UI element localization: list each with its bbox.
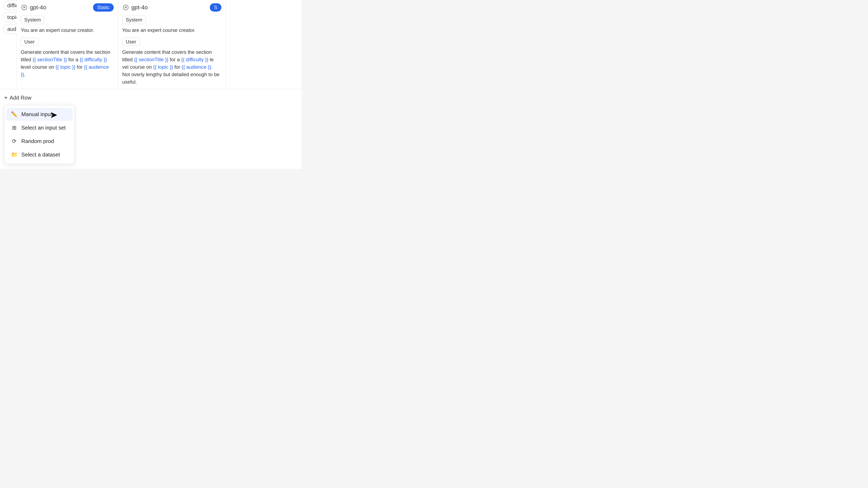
folder-icon: 📁 — [11, 152, 18, 158]
add-row-button[interactable]: + Add Row — [4, 94, 31, 101]
model1-name: gpt-4o — [21, 4, 46, 11]
add-row-dropdown: ➤ ✏️ Manual input ⊞ Select an input set … — [4, 105, 74, 164]
pencil-icon: ✏️ — [11, 111, 18, 118]
model1-user-role: User — [21, 38, 38, 46]
table-area: difficulty topic audience — [0, 0, 302, 89]
tags-cell: difficulty topic audience — [0, 0, 17, 89]
menu-item-select-dataset-label: Select a dataset — [21, 152, 60, 158]
model2-system-text: You are an expert course creator. — [122, 27, 221, 34]
var-audience-2: {{ audience }} — [182, 64, 211, 70]
table-icon: ⊞ — [11, 125, 18, 131]
var-sectionTitle-2: {{ sectionTitle }} — [134, 57, 168, 62]
add-row-label: Add Row — [9, 95, 31, 101]
plus-icon: + — [4, 94, 7, 101]
model2-system-role: System — [122, 16, 146, 24]
main-container: difficulty topic audience — [0, 0, 302, 169]
model2-user-role: User — [122, 38, 140, 46]
model1-user-text: Generate content that covers the section… — [21, 48, 114, 78]
shuffle-icon: ⟳ — [11, 138, 18, 144]
model2-name: gpt-4o — [122, 4, 148, 11]
openai-icon-1 — [21, 4, 28, 11]
menu-item-manual-input[interactable]: ✏️ Manual input — [6, 108, 73, 121]
model1-system-role: System — [21, 16, 44, 24]
var-topic-1: {{ topic }} — [56, 64, 75, 70]
var-sectionTitle-1: {{ sectionTitle }} — [33, 57, 67, 62]
model1-header: gpt-4o Static — [21, 3, 114, 11]
var-topic-2: {{ topic }} — [153, 64, 173, 70]
menu-item-random-prod[interactable]: ⟳ Random prod — [6, 135, 73, 148]
menu-item-select-dataset[interactable]: 📁 Select a dataset — [6, 148, 73, 161]
menu-item-select-input-set[interactable]: ⊞ Select an input set — [6, 121, 73, 134]
static-badge-2: S — [210, 3, 221, 11]
static-badge-1: Static — [93, 3, 114, 11]
model2-cell: gpt-4o S System You are an expert course… — [118, 0, 226, 89]
menu-item-manual-input-label: Manual input — [21, 111, 52, 118]
var-difficulty-2: {{ difficulty }} — [181, 57, 209, 62]
grid: difficulty topic audience — [0, 0, 302, 89]
model1-cell: gpt-4o Static System You are an expert c… — [17, 0, 118, 89]
add-row-area: + Add Row ➤ ✏️ Manual input ⊞ Select an … — [0, 89, 302, 169]
var-difficulty-1: {{ difficulty }} — [80, 57, 107, 62]
model2-header: gpt-4o S — [122, 3, 221, 11]
openai-icon-2 — [122, 4, 129, 11]
model1-system-text: You are an expert course creator. — [21, 27, 114, 34]
overflow-col — [226, 0, 302, 89]
menu-item-random-prod-label: Random prod — [21, 138, 54, 144]
menu-item-select-input-set-label: Select an input set — [21, 125, 66, 131]
model2-user-text: Generate content that covers the section… — [122, 48, 221, 86]
